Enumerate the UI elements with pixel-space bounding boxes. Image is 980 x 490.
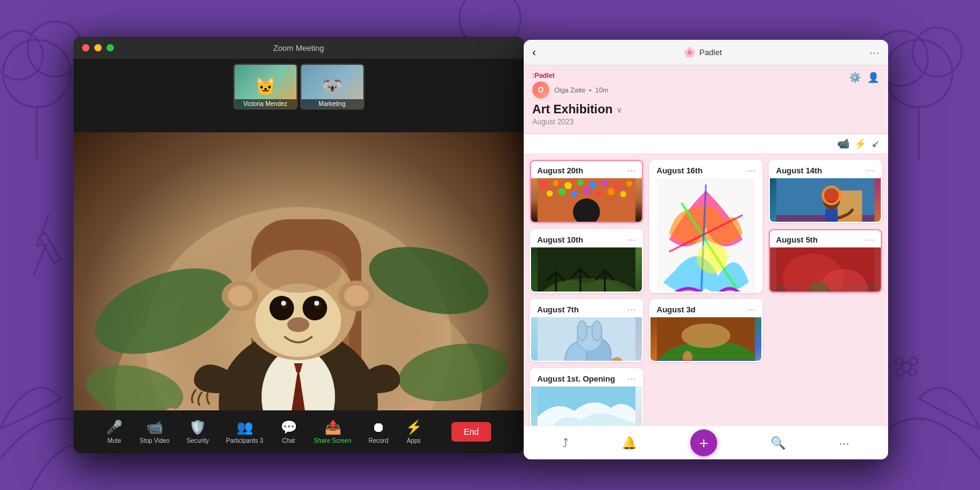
padlet-card-aug1[interactable]: August 1st. Opening ⋯ [530,368,643,431]
mute-icon: 🎤 [106,420,123,435]
padlet-back-button[interactable]: ‹ [532,46,536,59]
padlet-card-aug1-image [531,386,642,429]
zoom-control-record[interactable]: ⏺ Record [369,420,388,444]
padlet-card-aug7-menu[interactable]: ⋯ [627,305,636,315]
padlet-card-aug16[interactable]: August 16th ⋯ Albert Oehlen [649,160,763,293]
zoom-control-apps[interactable]: ⚡ Apps [405,420,422,444]
zoom-control-stop-video[interactable]: 📹 Stop Video [140,420,170,444]
padlet-window: ‹ 🌸 Padlet ··· :Padlet O Olga Zaite • 10… [524,40,888,459]
padlet-card-aug5-header: August 5th ⋯ [770,230,881,247]
padlet-card-aug3-header: August 3d ⋯ [650,300,761,317]
zoom-control-participants[interactable]: 👥 Participants 3 [226,420,263,444]
svg-point-1 [0,31,43,80]
svg-point-12 [910,358,918,365]
zoom-main-video [74,132,524,453]
padlet-add-button[interactable]: + [690,429,717,456]
padlet-card-aug5-menu[interactable]: ⋯ [866,235,875,245]
padlet-header: :Padlet O Olga Zaite • 10m Art Exhibitio… [524,66,888,134]
svg-point-92 [592,321,602,341]
padlet-card-aug16-menu[interactable]: ⋯ [747,166,755,176]
padlet-card-aug16-image [650,178,761,293]
zoom-control-security[interactable]: 🛡️ Security [187,420,209,444]
svg-point-5 [913,28,962,77]
padlet-title-dropdown[interactable]: ∨ [616,105,622,115]
padlet-titlebar: ‹ 🌸 Padlet ··· [524,40,888,66]
padlet-search-button[interactable]: 🔍 [771,435,786,450]
padlet-card-aug1-date: August 1st. Opening [537,374,615,383]
padlet-card-aug1-menu[interactable]: ⋯ [627,374,636,384]
window-close-dot[interactable] [82,44,89,51]
padlet-window-title-group: 🌸 Padlet [684,47,722,58]
participants-icon: 👥 [236,420,253,435]
padlet-card-aug5[interactable]: August 5th ⋯ Miquel Barcelo [769,229,882,292]
padlet-card-aug7[interactable]: August 7th ⋯ [530,299,643,362]
padlet-user-button[interactable]: 👤 [867,72,880,83]
zoom-window: Zoom Meeting 🐱 Victoria Mendez 🐨 Marketi… [74,37,524,453]
svg-point-54 [602,180,608,186]
svg-point-15 [897,369,904,376]
sloth-background [74,132,524,453]
svg-point-57 [547,190,553,197]
svg-point-37 [228,285,252,306]
apps-icon: ⚡ [405,420,422,435]
padlet-card-aug3-menu[interactable]: ⋯ [747,305,755,315]
padlet-notification-button[interactable]: 🔔 [622,435,637,450]
apps-label: Apps [407,437,421,444]
svg-point-49 [540,181,548,188]
svg-point-14 [909,369,916,376]
zoom-end-button[interactable]: End [451,422,491,442]
svg-point-50 [553,180,559,186]
padlet-more-button[interactable]: ··· [869,45,880,59]
padlet-video-tool[interactable]: 📹 [837,138,850,149]
svg-point-51 [565,182,572,189]
zoom-control-chat[interactable]: 💬 Chat [281,420,297,444]
participant-thumb-marketing[interactable]: 🐨 Marketing [300,64,364,110]
padlet-card-aug3-date: August 3d [657,305,696,314]
padlet-card-aug10[interactable]: August 10th ⋯ Anslem Kiefer [530,229,643,292]
svg-point-62 [608,188,615,195]
padlet-card-aug7-image [531,317,642,362]
svg-point-46 [287,317,309,332]
padlet-card-aug20-menu[interactable]: ⋯ [627,166,636,176]
padlet-share-button[interactable]: ⤴ [562,436,568,450]
padlet-card-aug5-image [770,247,881,292]
padlet-author-info: Olga Zaite • 10m [554,86,608,94]
chat-label: Chat [282,437,295,444]
padlet-card-aug16-header: August 16th ⋯ [650,161,761,178]
zoom-window-title: Zoom Meeting [273,43,324,53]
padlet-toolbar: 📹 ⚡ ↙ [524,134,888,154]
mute-label: Mute [107,437,121,444]
padlet-card-aug20-header: August 20th ⋯ [531,161,642,178]
padlet-options-button[interactable]: ··· [839,436,850,450]
padlet-card-aug20[interactable]: August 20th ⋯ [530,160,643,223]
participant-label-victoria: Victoria Mendez [235,99,296,108]
stop-video-label: Stop Video [140,437,170,444]
padlet-card-aug10-image [531,247,642,292]
padlet-card-aug14-menu[interactable]: ⋯ [866,166,875,176]
zoom-control-mute[interactable]: 🎤 Mute [106,420,123,444]
padlet-filter-tool[interactable]: ⚡ [854,138,867,149]
padlet-settings-button[interactable]: ⚙️ [849,72,861,83]
padlet-author-avatar: O [532,81,549,99]
svg-point-13 [895,358,903,365]
padlet-card-aug10-menu[interactable]: ⋯ [627,235,636,245]
padlet-card-aug3[interactable]: August 3d ⋯ [649,299,763,362]
window-maximize-dot[interactable] [107,44,114,51]
padlet-collapse-tool[interactable]: ↙ [872,138,880,149]
padlet-content-grid: August 20th ⋯ [524,154,888,437]
stop-video-icon: 📹 [146,420,163,435]
padlet-card-aug10-header: August 10th ⋯ [531,230,642,247]
zoom-thumbnails: 🐱 Victoria Mendez 🐨 Marketing [233,59,364,115]
zoom-control-share-screen[interactable]: 📤 Share Screen [314,420,352,444]
svg-point-4 [885,40,952,107]
padlet-card-aug14[interactable]: August 14th ⋯ N [769,160,882,223]
padlet-author-time: 10m [595,86,608,94]
svg-point-100 [682,323,731,348]
window-minimize-dot[interactable] [94,44,102,51]
participant-thumb-victoria[interactable]: 🐱 Victoria Mendez [233,64,298,110]
padlet-brand-label: :Padlet [532,72,880,79]
padlet-card-aug16-date: August 16th [657,166,703,175]
zoom-titlebar: Zoom Meeting [74,37,524,59]
padlet-card-aug14-header: August 14th ⋯ [770,161,881,178]
svg-point-45 [314,301,319,306]
